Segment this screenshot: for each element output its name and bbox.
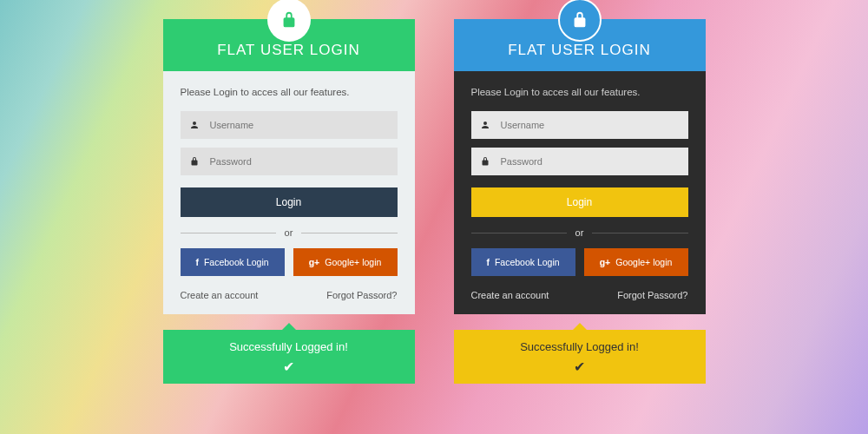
user-icon — [480, 120, 494, 130]
create-account-link[interactable]: Create an account — [471, 290, 549, 300]
or-separator: or — [471, 227, 688, 238]
google-label: Google+ login — [325, 257, 381, 267]
username-field-wrap[interactable] — [471, 111, 688, 139]
user-icon — [189, 120, 203, 130]
username-field-wrap[interactable] — [181, 111, 398, 139]
login-card: FLAT USER LOGIN Please Login to acces al… — [454, 19, 706, 314]
google-login-button[interactable]: g+Google+ login — [584, 248, 688, 276]
prompt-text: Please Login to acces all our features. — [471, 87, 688, 97]
facebook-icon: f — [195, 257, 199, 267]
create-account-link[interactable]: Create an account — [181, 290, 259, 300]
toast-message: Successfully Logged in! — [163, 340, 415, 353]
lock-icon-circle — [558, 0, 602, 42]
prompt-text: Please Login to acces all our features. — [181, 87, 398, 97]
or-separator: or — [181, 227, 398, 238]
lock-icon — [570, 10, 589, 30]
footer-links: Create an account Forgot Passord? — [181, 290, 398, 300]
lock-small-icon — [189, 156, 203, 167]
login-card-blue: FLAT USER LOGIN Please Login to acces al… — [454, 19, 706, 384]
or-label: or — [567, 227, 593, 238]
login-button[interactable]: Login — [471, 187, 688, 217]
google-login-button[interactable]: g+Google+ login — [293, 248, 398, 276]
or-label: or — [276, 227, 302, 238]
facebook-label: Facebook Login — [204, 257, 269, 267]
forgot-password-link[interactable]: Forgot Passord? — [326, 290, 397, 300]
forgot-password-link[interactable]: Forgot Passord? — [617, 290, 687, 300]
card-body: Please Login to acces all our features. … — [163, 71, 415, 314]
check-icon: ✔ — [454, 358, 706, 375]
facebook-login-button[interactable]: fFacebook Login — [181, 248, 285, 276]
facebook-label: Facebook Login — [495, 257, 560, 267]
password-field-wrap[interactable] — [181, 148, 398, 175]
facebook-icon: f — [486, 257, 490, 267]
success-toast: Successfully Logged in! ✔ — [163, 330, 415, 384]
password-field-wrap[interactable] — [471, 148, 688, 175]
username-input[interactable] — [501, 120, 680, 130]
password-input[interactable] — [501, 156, 680, 167]
success-toast: Successfully Logged in! ✔ — [454, 330, 706, 384]
google-plus-icon: g+ — [600, 257, 611, 267]
footer-links: Create an account Forgot Passord? — [471, 290, 688, 300]
login-card-green: FLAT USER LOGIN Please Login to acces al… — [163, 19, 415, 384]
login-button[interactable]: Login — [181, 187, 398, 217]
lock-small-icon — [480, 156, 494, 167]
google-plus-icon: g+ — [309, 257, 320, 267]
username-input[interactable] — [210, 120, 389, 130]
toast-message: Successfully Logged in! — [454, 340, 706, 353]
password-input[interactable] — [210, 156, 389, 167]
card-body: Please Login to acces all our features. … — [454, 71, 706, 314]
social-login-row: fFacebook Login g+Google+ login — [471, 248, 688, 276]
social-login-row: fFacebook Login g+Google+ login — [181, 248, 398, 276]
check-icon: ✔ — [163, 358, 415, 375]
lock-icon-circle — [267, 0, 311, 42]
lock-icon — [279, 10, 299, 30]
facebook-login-button[interactable]: fFacebook Login — [471, 248, 575, 276]
login-card: FLAT USER LOGIN Please Login to acces al… — [163, 19, 415, 314]
google-label: Google+ login — [615, 257, 672, 267]
